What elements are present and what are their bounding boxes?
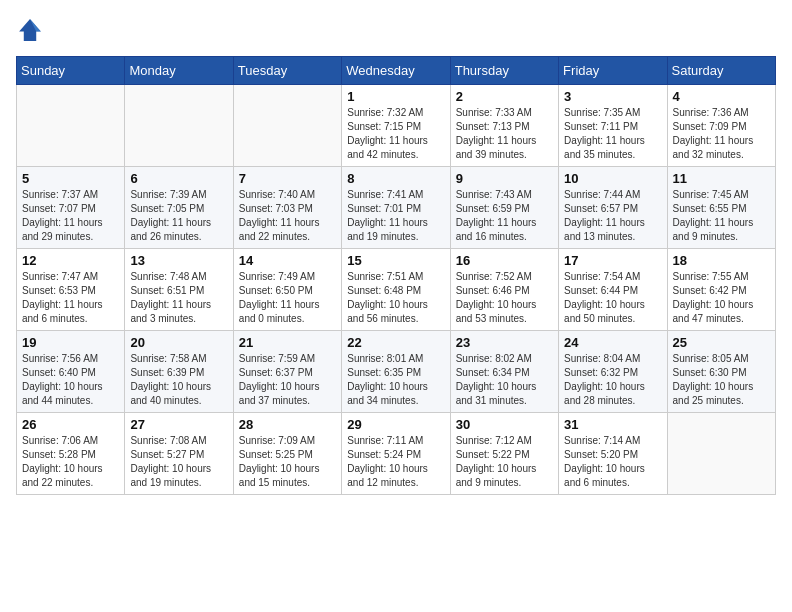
calendar-cell: 23Sunrise: 8:02 AM Sunset: 6:34 PM Dayli… bbox=[450, 331, 558, 413]
calendar-cell: 31Sunrise: 7:14 AM Sunset: 5:20 PM Dayli… bbox=[559, 413, 667, 495]
calendar-cell: 12Sunrise: 7:47 AM Sunset: 6:53 PM Dayli… bbox=[17, 249, 125, 331]
day-info: Sunrise: 8:01 AM Sunset: 6:35 PM Dayligh… bbox=[347, 352, 444, 408]
day-number: 10 bbox=[564, 171, 661, 186]
day-number: 17 bbox=[564, 253, 661, 268]
day-info: Sunrise: 8:02 AM Sunset: 6:34 PM Dayligh… bbox=[456, 352, 553, 408]
calendar-week-row: 12Sunrise: 7:47 AM Sunset: 6:53 PM Dayli… bbox=[17, 249, 776, 331]
calendar-cell: 16Sunrise: 7:52 AM Sunset: 6:46 PM Dayli… bbox=[450, 249, 558, 331]
day-info: Sunrise: 7:06 AM Sunset: 5:28 PM Dayligh… bbox=[22, 434, 119, 490]
calendar-cell: 25Sunrise: 8:05 AM Sunset: 6:30 PM Dayli… bbox=[667, 331, 775, 413]
day-info: Sunrise: 7:09 AM Sunset: 5:25 PM Dayligh… bbox=[239, 434, 336, 490]
day-info: Sunrise: 7:08 AM Sunset: 5:27 PM Dayligh… bbox=[130, 434, 227, 490]
column-header-friday: Friday bbox=[559, 57, 667, 85]
day-number: 2 bbox=[456, 89, 553, 104]
day-number: 16 bbox=[456, 253, 553, 268]
day-number: 12 bbox=[22, 253, 119, 268]
column-header-wednesday: Wednesday bbox=[342, 57, 450, 85]
column-header-monday: Monday bbox=[125, 57, 233, 85]
day-number: 9 bbox=[456, 171, 553, 186]
page-header bbox=[16, 16, 776, 44]
day-info: Sunrise: 7:41 AM Sunset: 7:01 PM Dayligh… bbox=[347, 188, 444, 244]
calendar-header-row: SundayMondayTuesdayWednesdayThursdayFrid… bbox=[17, 57, 776, 85]
day-number: 19 bbox=[22, 335, 119, 350]
day-number: 5 bbox=[22, 171, 119, 186]
logo bbox=[16, 16, 48, 44]
day-number: 24 bbox=[564, 335, 661, 350]
day-info: Sunrise: 7:35 AM Sunset: 7:11 PM Dayligh… bbox=[564, 106, 661, 162]
day-number: 11 bbox=[673, 171, 770, 186]
day-info: Sunrise: 7:56 AM Sunset: 6:40 PM Dayligh… bbox=[22, 352, 119, 408]
day-number: 8 bbox=[347, 171, 444, 186]
calendar-cell: 9Sunrise: 7:43 AM Sunset: 6:59 PM Daylig… bbox=[450, 167, 558, 249]
calendar-cell: 13Sunrise: 7:48 AM Sunset: 6:51 PM Dayli… bbox=[125, 249, 233, 331]
calendar-cell: 20Sunrise: 7:58 AM Sunset: 6:39 PM Dayli… bbox=[125, 331, 233, 413]
column-header-thursday: Thursday bbox=[450, 57, 558, 85]
day-number: 21 bbox=[239, 335, 336, 350]
calendar-week-row: 5Sunrise: 7:37 AM Sunset: 7:07 PM Daylig… bbox=[17, 167, 776, 249]
day-number: 31 bbox=[564, 417, 661, 432]
calendar-cell: 30Sunrise: 7:12 AM Sunset: 5:22 PM Dayli… bbox=[450, 413, 558, 495]
calendar-cell: 11Sunrise: 7:45 AM Sunset: 6:55 PM Dayli… bbox=[667, 167, 775, 249]
calendar-week-row: 26Sunrise: 7:06 AM Sunset: 5:28 PM Dayli… bbox=[17, 413, 776, 495]
day-number: 25 bbox=[673, 335, 770, 350]
calendar-cell: 22Sunrise: 8:01 AM Sunset: 6:35 PM Dayli… bbox=[342, 331, 450, 413]
calendar-cell: 14Sunrise: 7:49 AM Sunset: 6:50 PM Dayli… bbox=[233, 249, 341, 331]
calendar-cell: 1Sunrise: 7:32 AM Sunset: 7:15 PM Daylig… bbox=[342, 85, 450, 167]
day-info: Sunrise: 7:51 AM Sunset: 6:48 PM Dayligh… bbox=[347, 270, 444, 326]
day-info: Sunrise: 7:40 AM Sunset: 7:03 PM Dayligh… bbox=[239, 188, 336, 244]
calendar-cell: 18Sunrise: 7:55 AM Sunset: 6:42 PM Dayli… bbox=[667, 249, 775, 331]
calendar-cell: 3Sunrise: 7:35 AM Sunset: 7:11 PM Daylig… bbox=[559, 85, 667, 167]
day-info: Sunrise: 7:49 AM Sunset: 6:50 PM Dayligh… bbox=[239, 270, 336, 326]
logo-icon bbox=[16, 16, 44, 44]
day-info: Sunrise: 7:33 AM Sunset: 7:13 PM Dayligh… bbox=[456, 106, 553, 162]
day-info: Sunrise: 7:32 AM Sunset: 7:15 PM Dayligh… bbox=[347, 106, 444, 162]
day-info: Sunrise: 7:11 AM Sunset: 5:24 PM Dayligh… bbox=[347, 434, 444, 490]
day-info: Sunrise: 7:58 AM Sunset: 6:39 PM Dayligh… bbox=[130, 352, 227, 408]
calendar-cell: 6Sunrise: 7:39 AM Sunset: 7:05 PM Daylig… bbox=[125, 167, 233, 249]
calendar-cell bbox=[667, 413, 775, 495]
day-number: 20 bbox=[130, 335, 227, 350]
day-info: Sunrise: 8:05 AM Sunset: 6:30 PM Dayligh… bbox=[673, 352, 770, 408]
calendar-cell: 7Sunrise: 7:40 AM Sunset: 7:03 PM Daylig… bbox=[233, 167, 341, 249]
day-number: 13 bbox=[130, 253, 227, 268]
column-header-sunday: Sunday bbox=[17, 57, 125, 85]
day-number: 18 bbox=[673, 253, 770, 268]
calendar-cell bbox=[125, 85, 233, 167]
day-number: 14 bbox=[239, 253, 336, 268]
column-header-tuesday: Tuesday bbox=[233, 57, 341, 85]
calendar-cell: 19Sunrise: 7:56 AM Sunset: 6:40 PM Dayli… bbox=[17, 331, 125, 413]
day-info: Sunrise: 7:52 AM Sunset: 6:46 PM Dayligh… bbox=[456, 270, 553, 326]
day-number: 22 bbox=[347, 335, 444, 350]
day-number: 26 bbox=[22, 417, 119, 432]
calendar-cell: 15Sunrise: 7:51 AM Sunset: 6:48 PM Dayli… bbox=[342, 249, 450, 331]
calendar-cell: 28Sunrise: 7:09 AM Sunset: 5:25 PM Dayli… bbox=[233, 413, 341, 495]
day-info: Sunrise: 7:44 AM Sunset: 6:57 PM Dayligh… bbox=[564, 188, 661, 244]
day-info: Sunrise: 7:54 AM Sunset: 6:44 PM Dayligh… bbox=[564, 270, 661, 326]
calendar-cell: 21Sunrise: 7:59 AM Sunset: 6:37 PM Dayli… bbox=[233, 331, 341, 413]
calendar-cell: 29Sunrise: 7:11 AM Sunset: 5:24 PM Dayli… bbox=[342, 413, 450, 495]
day-info: Sunrise: 7:59 AM Sunset: 6:37 PM Dayligh… bbox=[239, 352, 336, 408]
calendar-cell: 2Sunrise: 7:33 AM Sunset: 7:13 PM Daylig… bbox=[450, 85, 558, 167]
calendar-cell: 8Sunrise: 7:41 AM Sunset: 7:01 PM Daylig… bbox=[342, 167, 450, 249]
day-number: 28 bbox=[239, 417, 336, 432]
calendar-cell: 17Sunrise: 7:54 AM Sunset: 6:44 PM Dayli… bbox=[559, 249, 667, 331]
day-number: 7 bbox=[239, 171, 336, 186]
day-info: Sunrise: 7:47 AM Sunset: 6:53 PM Dayligh… bbox=[22, 270, 119, 326]
day-info: Sunrise: 7:39 AM Sunset: 7:05 PM Dayligh… bbox=[130, 188, 227, 244]
day-number: 6 bbox=[130, 171, 227, 186]
day-info: Sunrise: 7:43 AM Sunset: 6:59 PM Dayligh… bbox=[456, 188, 553, 244]
day-info: Sunrise: 7:12 AM Sunset: 5:22 PM Dayligh… bbox=[456, 434, 553, 490]
calendar-cell bbox=[17, 85, 125, 167]
calendar-week-row: 1Sunrise: 7:32 AM Sunset: 7:15 PM Daylig… bbox=[17, 85, 776, 167]
day-number: 4 bbox=[673, 89, 770, 104]
day-number: 3 bbox=[564, 89, 661, 104]
calendar-cell: 10Sunrise: 7:44 AM Sunset: 6:57 PM Dayli… bbox=[559, 167, 667, 249]
day-info: Sunrise: 7:48 AM Sunset: 6:51 PM Dayligh… bbox=[130, 270, 227, 326]
calendar-cell: 26Sunrise: 7:06 AM Sunset: 5:28 PM Dayli… bbox=[17, 413, 125, 495]
column-header-saturday: Saturday bbox=[667, 57, 775, 85]
day-number: 1 bbox=[347, 89, 444, 104]
day-info: Sunrise: 7:37 AM Sunset: 7:07 PM Dayligh… bbox=[22, 188, 119, 244]
calendar-cell: 24Sunrise: 8:04 AM Sunset: 6:32 PM Dayli… bbox=[559, 331, 667, 413]
day-info: Sunrise: 8:04 AM Sunset: 6:32 PM Dayligh… bbox=[564, 352, 661, 408]
day-number: 30 bbox=[456, 417, 553, 432]
